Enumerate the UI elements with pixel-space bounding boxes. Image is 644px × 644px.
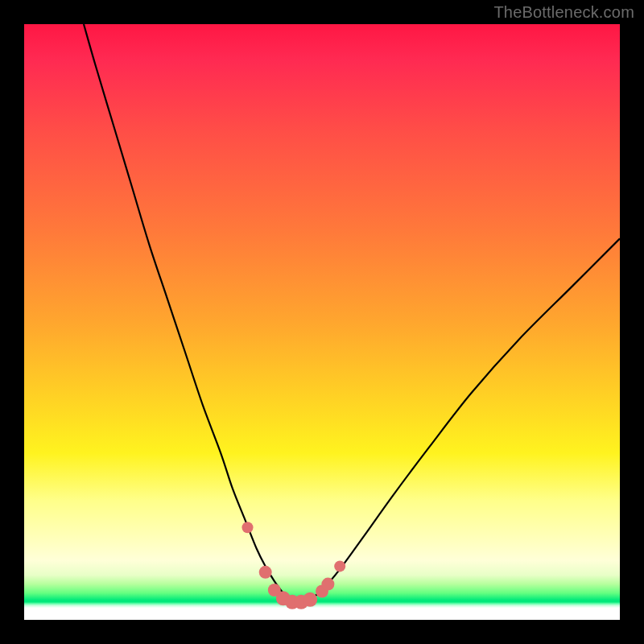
highlight-dot xyxy=(303,592,317,607)
highlight-dots xyxy=(242,522,346,609)
chart-frame: TheBottleneck.com xyxy=(0,0,644,644)
highlight-dot xyxy=(321,578,334,591)
highlight-dot xyxy=(259,566,272,579)
highlight-dot xyxy=(334,560,345,572)
bottleneck-curve xyxy=(84,24,620,601)
highlight-dot xyxy=(242,522,254,533)
chart-svg xyxy=(24,24,620,620)
plot-area xyxy=(24,24,620,620)
watermark: TheBottleneck.com xyxy=(493,3,634,22)
